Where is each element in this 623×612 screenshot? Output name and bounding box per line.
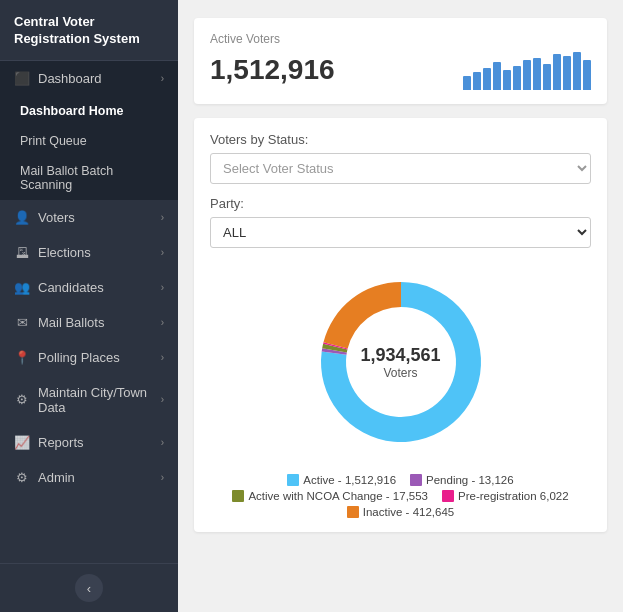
legend-item: Pending - 13,126 bbox=[410, 474, 514, 486]
chevron-right-icon-3: › bbox=[161, 282, 164, 293]
main-content: Active Voters 1,512,916 Voters by Status… bbox=[178, 0, 623, 612]
sidebar-item-mail-ballots[interactable]: ✉ Mail Ballots › bbox=[0, 305, 178, 340]
legend-label: Inactive - 412,645 bbox=[363, 506, 454, 518]
sidebar-item-elections[interactable]: 🗳 Elections › bbox=[0, 235, 178, 270]
chevron-down-icon: › bbox=[161, 73, 164, 84]
sidebar-item-label-mail-ballots: Mail Ballots bbox=[38, 315, 161, 330]
donut-center-label: Voters bbox=[360, 366, 440, 380]
legend-color bbox=[410, 474, 422, 486]
sidebar-item-label-admin: Admin bbox=[38, 470, 161, 485]
bar-segment bbox=[523, 60, 531, 90]
polling-places-icon: 📍 bbox=[14, 350, 30, 365]
sidebar-subitem-mail-ballot-batch[interactable]: Mail Ballot Batch Scanning bbox=[0, 156, 178, 200]
bar-segment bbox=[543, 64, 551, 90]
sidebar-collapse-button[interactable]: ‹ bbox=[75, 574, 103, 602]
bar-segment bbox=[483, 68, 491, 90]
bar-segment bbox=[553, 54, 561, 90]
mini-bar-chart bbox=[463, 50, 591, 90]
active-voters-count: 1,512,916 bbox=[210, 54, 335, 86]
bar-segment bbox=[583, 60, 591, 90]
donut-area: 1,934,561 Voters Active - 1,512,916Pendi… bbox=[210, 262, 591, 518]
voter-status-select[interactable]: Select Voter Status bbox=[210, 153, 591, 184]
dashboard-icon: ⬛ bbox=[14, 71, 30, 86]
sidebar-nav: ⬛ Dashboard › Dashboard Home Print Queue… bbox=[0, 61, 178, 563]
bar-segment bbox=[473, 72, 481, 90]
sidebar-item-label-reports: Reports bbox=[38, 435, 161, 450]
sidebar: Central Voter Registration System ⬛ Dash… bbox=[0, 0, 178, 612]
donut-chart: 1,934,561 Voters bbox=[301, 262, 501, 462]
candidates-icon: 👥 bbox=[14, 280, 30, 295]
voters-by-status-label: Voters by Status: bbox=[210, 132, 591, 147]
elections-icon: 🗳 bbox=[14, 245, 30, 260]
legend-item: Active - 1,512,916 bbox=[287, 474, 396, 486]
legend-label: Pre-registration 6,022 bbox=[458, 490, 569, 502]
sidebar-title: Central Voter Registration System bbox=[0, 0, 178, 61]
donut-center-number: 1,934,561 bbox=[360, 345, 440, 366]
sidebar-item-dashboard[interactable]: ⬛ Dashboard › bbox=[0, 61, 178, 96]
sidebar-item-polling-places[interactable]: 📍 Polling Places › bbox=[0, 340, 178, 375]
chevron-right-icon-6: › bbox=[161, 394, 164, 405]
chevron-right-icon-4: › bbox=[161, 317, 164, 328]
mail-ballots-icon: ✉ bbox=[14, 315, 30, 330]
donut-center: 1,934,561 Voters bbox=[360, 345, 440, 380]
sidebar-item-reports[interactable]: 📈 Reports › bbox=[0, 425, 178, 460]
chevron-right-icon-7: › bbox=[161, 437, 164, 448]
legend-color bbox=[442, 490, 454, 502]
legend-item: Pre-registration 6,022 bbox=[442, 490, 569, 502]
chevron-right-icon-2: › bbox=[161, 247, 164, 258]
legend-color bbox=[232, 490, 244, 502]
bar-segment bbox=[573, 52, 581, 90]
sidebar-submenu-dashboard: Dashboard Home Print Queue Mail Ballot B… bbox=[0, 96, 178, 200]
reports-icon: 📈 bbox=[14, 435, 30, 450]
chart-legend: Active - 1,512,916Pending - 13,126Active… bbox=[210, 474, 591, 518]
legend-color bbox=[347, 506, 359, 518]
legend-color bbox=[287, 474, 299, 486]
sidebar-collapse-area: ‹ bbox=[0, 563, 178, 612]
chevron-right-icon-5: › bbox=[161, 352, 164, 363]
sidebar-item-label: Dashboard bbox=[38, 71, 161, 86]
bar-segment bbox=[493, 62, 501, 90]
chevron-right-icon: › bbox=[161, 212, 164, 223]
sidebar-item-admin[interactable]: ⚙ Admin › bbox=[0, 460, 178, 495]
sidebar-item-candidates[interactable]: 👥 Candidates › bbox=[0, 270, 178, 305]
voters-status-card: Voters by Status: Select Voter Status Pa… bbox=[194, 118, 607, 532]
active-voters-card: Active Voters 1,512,916 bbox=[194, 18, 607, 104]
voters-icon: 👤 bbox=[14, 210, 30, 225]
sidebar-item-voters[interactable]: 👤 Voters › bbox=[0, 200, 178, 235]
party-select[interactable]: ALLDemocratRepublicanIndependentOther bbox=[210, 217, 591, 248]
sidebar-item-label-polling-places: Polling Places bbox=[38, 350, 161, 365]
bar-segment bbox=[563, 56, 571, 90]
maintain-city-icon: ⚙ bbox=[14, 392, 30, 407]
chevron-right-icon-8: › bbox=[161, 472, 164, 483]
active-voters-label: Active Voters bbox=[210, 32, 591, 46]
legend-label: Pending - 13,126 bbox=[426, 474, 514, 486]
legend-label: Active - 1,512,916 bbox=[303, 474, 396, 486]
sidebar-item-label-voters: Voters bbox=[38, 210, 161, 225]
bar-segment bbox=[533, 58, 541, 90]
bar-segment bbox=[463, 76, 471, 90]
bar-segment bbox=[503, 70, 511, 90]
admin-icon: ⚙ bbox=[14, 470, 30, 485]
party-label: Party: bbox=[210, 196, 591, 211]
sidebar-item-label-candidates: Candidates bbox=[38, 280, 161, 295]
legend-item: Active with NCOA Change - 17,553 bbox=[232, 490, 428, 502]
donut-segment bbox=[323, 282, 401, 348]
sidebar-subitem-dashboard-home[interactable]: Dashboard Home bbox=[0, 96, 178, 126]
sidebar-item-label-elections: Elections bbox=[38, 245, 161, 260]
bar-segment bbox=[513, 66, 521, 90]
legend-label: Active with NCOA Change - 17,553 bbox=[248, 490, 428, 502]
legend-item: Inactive - 412,645 bbox=[347, 506, 454, 518]
sidebar-subitem-print-queue[interactable]: Print Queue bbox=[0, 126, 178, 156]
sidebar-item-label-maintain-city: Maintain City/Town Data bbox=[38, 385, 161, 415]
active-voters-row: 1,512,916 bbox=[210, 50, 591, 90]
sidebar-item-maintain-city[interactable]: ⚙ Maintain City/Town Data › bbox=[0, 375, 178, 425]
